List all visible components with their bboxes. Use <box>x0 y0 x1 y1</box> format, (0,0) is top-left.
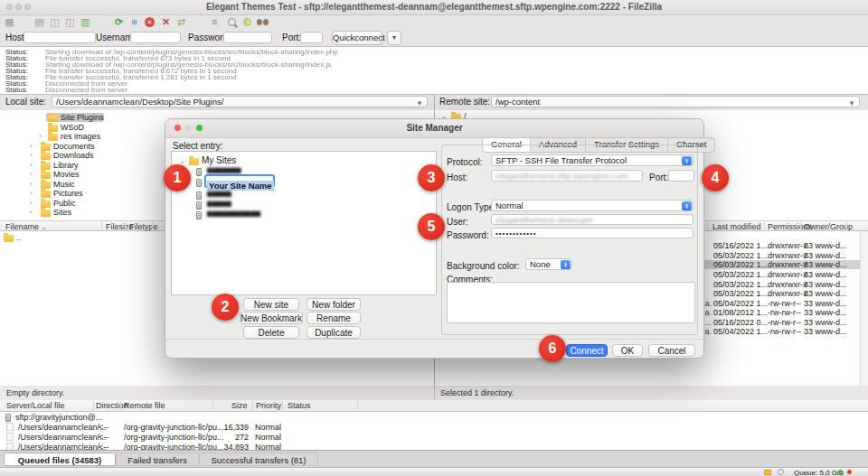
column-divider[interactable] <box>764 222 765 229</box>
tree-item-label: Sites <box>53 208 71 217</box>
chevron-right-icon[interactable]: › <box>30 189 33 197</box>
host-input[interactable] <box>24 32 96 43</box>
scrollbar[interactable] <box>860 231 868 386</box>
chevron-right-icon[interactable]: › <box>30 180 33 188</box>
chevron-right-icon[interactable]: › <box>30 142 33 150</box>
select-stepper-icon: ▲▼ <box>561 260 571 269</box>
column-divider[interactable] <box>120 401 121 410</box>
new-bookmark-button[interactable]: New Bookmark <box>240 312 303 324</box>
site-manager-icon[interactable]: ▦ <box>3 15 16 29</box>
column-divider[interactable] <box>126 222 127 229</box>
chevron-down-icon[interactable]: ▼ <box>416 98 423 108</box>
disconnect-icon[interactable]: ✕ <box>159 15 173 29</box>
queue-server-row[interactable]: sftp://gravityjunction@... <box>0 413 868 423</box>
rename-button[interactable]: Rename <box>307 312 361 324</box>
port-field[interactable] <box>668 170 694 182</box>
find-files-icon[interactable] <box>256 15 269 29</box>
queue-row[interactable]: /Users/deannamclean/...<--/org-gravity-j… <box>0 423 868 433</box>
connect-button[interactable]: Connect <box>566 344 608 357</box>
quickconnect-bar: Host: Username: Password: Port: Quickcon… <box>0 30 868 47</box>
folder-icon <box>189 158 199 165</box>
chevron-down-icon[interactable]: ▼ <box>848 98 855 108</box>
ok-button[interactable]: OK <box>612 344 643 357</box>
annotation-3: 3 <box>418 164 445 191</box>
port-label: Port: <box>649 173 668 182</box>
column-divider[interactable] <box>357 401 358 410</box>
process-queue-icon[interactable]: ≡ <box>127 15 141 29</box>
cancel-button[interactable]: Cancel <box>648 344 695 357</box>
column-divider[interactable] <box>800 222 801 229</box>
reconnect-icon[interactable]: ⇄ <box>175 15 188 29</box>
site-entry-blurred[interactable]: ▆▆▆▆▆ <box>207 190 231 197</box>
column-divider[interactable] <box>282 401 283 410</box>
port-input[interactable] <box>300 32 323 43</box>
quickconnect-dropdown-button[interactable]: ▼ <box>387 31 401 45</box>
local-tree-toggle-icon[interactable]: ◫ <box>48 15 61 29</box>
chevron-right-icon[interactable]: › <box>30 161 33 169</box>
site-entry-blurred[interactable]: ▆▆▆▆▆▆▆▆▆▆▆ <box>207 210 260 217</box>
message-log: Status:Starting download of /wp-content/… <box>0 47 868 95</box>
refresh-icon[interactable]: ⟳ <box>112 15 126 29</box>
filetype-column-header[interactable]: Filetype <box>129 222 158 231</box>
filter-icon[interactable]: ≡ <box>208 15 222 29</box>
protocol-select[interactable]: SFTP - SSH File Transfer Protocol ▲▼ <box>491 154 693 166</box>
column-divider[interactable] <box>152 222 153 229</box>
queue-row[interactable]: /Users/deannamclean/...<--/org-gravity-j… <box>0 433 868 443</box>
comments-textarea[interactable] <box>447 282 695 323</box>
dialog-titlebar: Site Manager <box>165 119 703 138</box>
filename-column-header[interactable]: Filename ⌄ <box>5 222 47 231</box>
site-entry-blurred[interactable]: ▆▆▆▆▆ <box>207 200 231 207</box>
tab-successful-transfers[interactable]: Successful transfers (81) <box>199 453 318 466</box>
column-divider[interactable] <box>101 222 102 229</box>
remote-site-path: /wp-content <box>495 97 540 107</box>
chevron-right-icon[interactable]: › <box>39 132 42 140</box>
column-divider[interactable] <box>212 401 213 410</box>
priority-column-header[interactable]: Priority <box>256 401 281 410</box>
new-folder-button[interactable]: New folder <box>307 298 361 311</box>
new-site-button[interactable]: New site <box>243 298 299 311</box>
logon-type-select[interactable]: Normal ▲▼ <box>491 200 693 211</box>
column-divider[interactable] <box>846 222 847 229</box>
chevron-right-icon[interactable]: › <box>30 208 33 216</box>
chevron-right-icon[interactable]: › <box>30 151 33 159</box>
queue-size-label: Queue: 5.0 GiB <box>794 469 844 476</box>
column-divider[interactable] <box>707 222 708 229</box>
cancel-operation-icon[interactable]: ✕ <box>143 15 156 29</box>
tree-root-label[interactable]: My Sites <box>202 155 236 165</box>
remote-tree-toggle-icon[interactable]: ◫ <box>63 15 77 29</box>
clock-icon <box>778 469 784 475</box>
server-local-file-column-header[interactable]: Server/Local file <box>6 401 65 410</box>
last-modified-column-header[interactable]: Last modified <box>712 222 761 231</box>
logon-type-label: Logon Type: <box>447 202 496 212</box>
local-site-path-field[interactable]: /Users/deannamclean/Desktop/Site Plugins… <box>52 96 428 107</box>
column-divider[interactable] <box>93 401 94 410</box>
remote-file-column-header[interactable]: Remote file <box>124 401 165 410</box>
delete-button[interactable]: Delete <box>243 326 299 339</box>
quickconnect-button[interactable]: Quickconnect <box>332 31 382 45</box>
message-log-toggle-icon[interactable]: ▤ <box>33 15 46 29</box>
password-field[interactable]: •••••••••••• <box>491 228 693 238</box>
chevron-right-icon[interactable]: › <box>30 199 33 207</box>
username-input[interactable] <box>130 32 181 43</box>
user-field[interactable]: elegantthemest-deannam <box>491 214 693 225</box>
chevron-right-icon[interactable]: › <box>30 170 33 178</box>
background-color-select[interactable]: None ▲▼ <box>525 258 572 270</box>
queue-view-toggle-icon[interactable]: ▥ <box>79 15 92 29</box>
directory-comparison-icon[interactable] <box>225 15 239 29</box>
folder-icon <box>41 163 51 170</box>
status-column-header[interactable]: Status <box>288 401 311 410</box>
column-divider[interactable] <box>252 401 253 410</box>
tab-queued-files[interactable]: Queued files (34583) <box>4 453 116 466</box>
owner-group-column-header[interactable]: Owner/Group <box>804 222 853 231</box>
synchronized-browsing-icon[interactable] <box>241 15 254 29</box>
site-name-edit-field[interactable]: Your Site Name <box>204 174 275 188</box>
tree-item-label: Downloads <box>53 151 94 160</box>
host-field[interactable]: elegantthemest.sftp.wpengine.com <box>491 170 643 182</box>
site-entry-blurred[interactable]: ▆▆▆▆▆▆▆ <box>207 166 241 173</box>
tree-item-label: Pictures <box>53 189 83 198</box>
remote-site-path-field[interactable]: /wp-content ▼ <box>491 96 860 107</box>
password-input[interactable] <box>223 32 272 43</box>
tab-failed-transfers[interactable]: Failed transfers <box>116 453 199 466</box>
size-column-header[interactable]: Size <box>231 401 248 410</box>
duplicate-button[interactable]: Duplicate <box>307 326 361 339</box>
